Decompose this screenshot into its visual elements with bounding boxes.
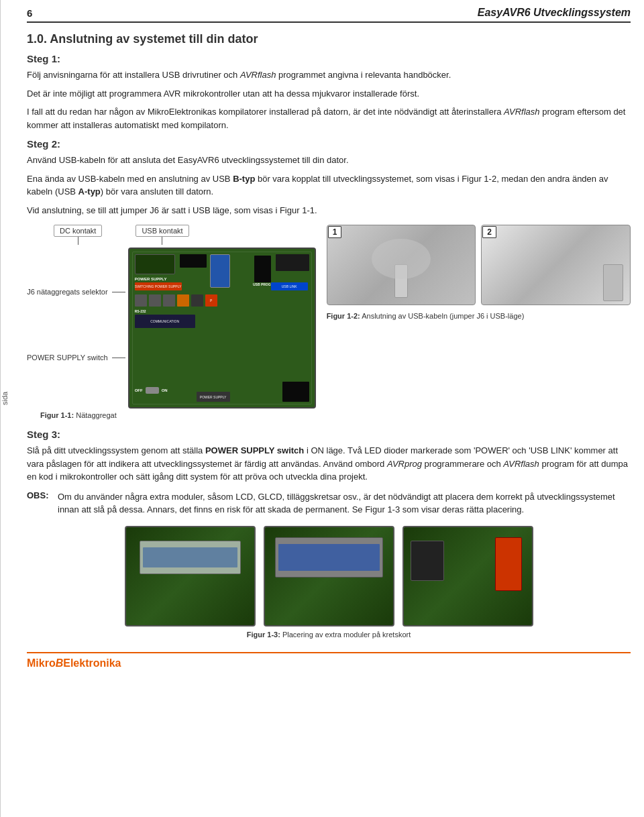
page-number: 6 — [27, 7, 32, 19]
bottom-img-1 — [125, 526, 256, 627]
step1-para1: Följ anvisningarna för att installera US… — [27, 68, 631, 82]
fig13-caption: Figur 1-3: Placering av extra moduler på… — [27, 631, 631, 639]
badge-1: 1 — [328, 226, 342, 238]
step2-label: Steg 2: — [27, 138, 631, 150]
step2-para1: Använd USB-kabeln för att ansluta det Ea… — [27, 154, 631, 167]
bottom-figures — [27, 526, 631, 627]
usb-kontakt-label: USB kontakt — [136, 225, 189, 237]
right-col-figures: 1 2 — [327, 225, 631, 320]
fig11-caption: Figur 1-1: Nätaggregat — [27, 411, 117, 419]
step1-label: Steg 1: — [27, 53, 631, 64]
step2-para3: Vid anslutning, se till att jumper J6 är… — [27, 204, 631, 217]
bottom-fig-1 — [125, 526, 256, 627]
obs-text: Om du använder några extra moduler, såso… — [58, 490, 631, 516]
obs-label: OBS: — [27, 490, 51, 500]
step2-para2: Ena ända av USB-kabeln med en anslutning… — [27, 172, 631, 199]
step3-label: Steg 3: — [27, 429, 631, 440]
usb-cable-img-1 — [327, 225, 476, 305]
fig12-caption: Figur 1-2: Anslutning av USB-kabeln (jum… — [327, 312, 631, 320]
usb-cable-img-2 — [481, 225, 631, 305]
power-supply-annotation: POWER SUPPLY switch — [27, 353, 125, 362]
step3-para1: Slå på ditt utvecklingssystem genom att … — [27, 444, 631, 484]
bottom-img-2 — [264, 526, 394, 627]
badge-2: 2 — [482, 226, 496, 238]
section-title: 1.0. Anslutning av systemet till din dat… — [27, 32, 631, 46]
dc-kontakt-label: DC kontakt — [54, 225, 102, 237]
board-figure: POWER SUPPLY SWITCHING POWER SUPPLY USB … — [128, 248, 316, 408]
bottom-fig-2 — [264, 526, 394, 627]
bottom-fig-3 — [402, 526, 533, 627]
j6-annotation: J6 nätaggregats selektor — [27, 288, 125, 296]
step1-para2: Det är inte möjligt att programmera AVR … — [27, 87, 631, 101]
step1-para3: I fall att du redan har någon av MikroEl… — [27, 105, 631, 131]
side-label: sida — [0, 0, 13, 817]
footer-brand: MikroBElektronika — [27, 657, 121, 669]
footer-bar: MikroBElektronika — [27, 652, 631, 669]
bottom-img-3 — [402, 526, 533, 627]
header-bar: 6 EasyAVR6 Utvecklingssystem — [27, 7, 631, 23]
header-title: EasyAVR6 Utvecklingssystem — [478, 7, 631, 19]
obs-box: OBS: Om du använder några extra moduler,… — [27, 490, 631, 516]
